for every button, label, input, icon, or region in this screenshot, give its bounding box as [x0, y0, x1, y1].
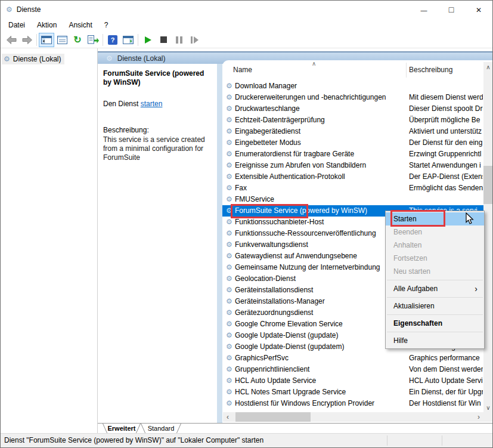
tree-item-dienste-lokal[interactable]: Dienste (Lokal) — [2, 54, 64, 64]
minimize-button[interactable] — [410, 1, 438, 18]
list-item-graphicsperfsvc[interactable]: GraphicsPerfSvcGraphics performance — [222, 353, 483, 364]
scroll-left-icon[interactable] — [223, 412, 232, 422]
service-description: Mit diesem Dienst werd — [409, 93, 483, 101]
service-title: ForumSuite Service (powered by WinSW) — [103, 69, 212, 87]
menu-bar: DateiAktionAnsicht? — [1, 18, 492, 32]
tree-item-label: Dienste (Lokal) — [13, 55, 61, 63]
maximize-button[interactable] — [438, 1, 465, 18]
service-gear-icon — [226, 116, 232, 123]
scroll-down-icon[interactable] — [483, 403, 493, 412]
context-menu-item-eigenschaften[interactable]: Eigenschaften — [386, 317, 484, 330]
list-item-hcl-auto-update-service[interactable]: HCL Auto Update ServiceHCL Auto Update S… — [222, 375, 483, 387]
list-item-download-manager[interactable]: Download Manager — [222, 81, 483, 92]
column-header-name[interactable]: Name — [233, 66, 252, 74]
toolbar-back-button[interactable] — [4, 33, 19, 47]
service-gear-icon — [226, 400, 232, 407]
service-gear-icon — [226, 286, 232, 293]
window-title: Dienste — [17, 5, 41, 14]
toolbar-stop-service-button[interactable] — [156, 33, 171, 47]
service-description: Der Dienst für den eing — [409, 138, 483, 147]
service-description: Dieser Dienst spoolt Dru — [409, 104, 483, 113]
export-list-icon — [88, 35, 99, 44]
menu-datei[interactable]: Datei — [2, 19, 31, 31]
context-menu-item-fortsetzen[interactable]: Fortsetzen — [386, 252, 484, 265]
column-separator[interactable] — [406, 63, 407, 78]
service-name: Fax — [235, 184, 247, 192]
toolbar-export-list-button[interactable] — [85, 33, 101, 47]
menu-separator — [387, 314, 483, 315]
menu-aktion[interactable]: Aktion — [31, 19, 63, 31]
list-item-hostdienst-f-r-windows-encryption-provider[interactable]: Hostdienst für Windows Encryption Provid… — [222, 398, 483, 409]
tab-label: Standard — [141, 424, 181, 433]
service-name: Funktionssuche-Ressourcenveröffentlichun… — [235, 229, 376, 237]
service-gear-icon — [226, 128, 232, 135]
list-item-druckererweiterungen-und-benachrichtigungen[interactable]: Druckererweiterungen und -benachrichtigu… — [222, 92, 483, 103]
show-action-pane-icon — [123, 36, 134, 44]
list-item-gruppenrichtlinienclient[interactable]: GruppenrichtlinienclientVon dem Dienst w… — [222, 364, 483, 375]
toolbar-help-button[interactable] — [105, 33, 120, 47]
service-name: Google Update-Dienst (gupdatem) — [235, 342, 344, 351]
toolbar-forward-button[interactable] — [19, 33, 35, 47]
pane-background-band — [217, 60, 222, 423]
toolbar-pause-service-button[interactable] — [171, 33, 187, 47]
service-name: HCL Auto Update Service — [235, 376, 316, 385]
context-menu-item-neu-starten[interactable]: Neu starten — [386, 265, 484, 278]
list-item-eingabeger-tedienst[interactable]: EingabegerätedienstAktiviert und unterst… — [222, 126, 483, 137]
tab-erweitert[interactable]: Erweitert — [103, 424, 141, 434]
toolbar-start-service-button[interactable] — [140, 33, 156, 47]
horizontal-scrollbar-thumb[interactable] — [235, 412, 311, 422]
service-name: Download Manager — [235, 82, 297, 90]
tab-standard[interactable]: Standard — [141, 424, 181, 434]
list-item-hcl-notes-smart-upgrade-service[interactable]: HCL Notes Smart Upgrade ServiceEin Diens… — [222, 387, 483, 398]
vertical-scrollbar[interactable] — [483, 62, 493, 412]
list-item-ereignisse-zum-abrufen-von-standbildern[interactable]: Ereignisse zum Abrufen von StandbildernS… — [222, 160, 483, 171]
context-menu-item-alle-aufgaben[interactable]: Alle Aufgaben — [386, 282, 484, 295]
stop-service-icon — [160, 36, 167, 43]
context-menu-item-hilfe[interactable]: Hilfe — [386, 334, 484, 347]
toolbar-show-console-tree-button[interactable] — [39, 33, 54, 47]
mouse-cursor-icon — [463, 212, 475, 227]
toolbar-restart-service-button[interactable] — [187, 33, 202, 47]
menu-ansicht[interactable]: Ansicht — [63, 19, 98, 31]
toolbar-show-action-pane-button[interactable] — [120, 33, 136, 47]
horizontal-scrollbar[interactable] — [223, 412, 483, 422]
service-name: Gruppenrichtlinienclient — [235, 365, 309, 373]
service-gear-icon — [226, 298, 232, 305]
scroll-up-icon[interactable] — [483, 62, 493, 72]
context-menu-item-aktualisieren[interactable]: Aktualisieren — [386, 299, 484, 313]
services-gear-icon — [106, 55, 113, 62]
list-item-extensible-authentication-protokoll[interactable]: Extensible Authentication-ProtokollDer E… — [222, 171, 483, 183]
service-gear-icon — [226, 105, 232, 112]
toolbar-refresh-button[interactable] — [70, 33, 85, 47]
close-button[interactable] — [465, 1, 492, 18]
list-item-eingebetteter-modus[interactable]: Eingebetteter ModusDer Dienst für den ei… — [222, 137, 483, 149]
list-item-druckwarteschlange[interactable]: DruckwarteschlangeDieser Dienst spoolt D… — [222, 103, 483, 115]
context-menu-item-anhalten[interactable]: Anhalten — [386, 239, 484, 252]
service-name: Google Chrome Elevation Service — [235, 320, 343, 328]
services-gear-icon — [4, 55, 10, 63]
list-item-fax[interactable]: FaxErmöglicht das Senden — [222, 183, 483, 194]
list-item-echtzeit-datentr-gerpr-fung[interactable]: Echtzeit-DatenträgerprüfungÜberprüft mög… — [222, 115, 483, 126]
service-name: Geolocation-Dienst — [235, 274, 296, 283]
service-gear-icon — [226, 320, 232, 327]
column-header-beschreibung[interactable]: Beschreibung — [409, 66, 452, 74]
service-name: Enumeratordienst für tragbare Geräte — [235, 150, 354, 158]
service-gear-icon — [226, 343, 232, 350]
refresh-icon — [73, 35, 81, 45]
toolbar-properties-button[interactable] — [54, 33, 70, 47]
service-name: Gemeinsame Nutzung der Internetverbindun… — [235, 263, 380, 271]
service-description: Der EAP-Dienst (Extens — [409, 172, 483, 181]
sort-ascending-icon — [312, 60, 316, 67]
service-name: Funkverwaltungsdienst — [235, 240, 308, 249]
console-tree-pane: Dienste (Lokal) — [1, 48, 98, 434]
start-service-link[interactable]: starten — [141, 100, 163, 108]
list-item-enumeratordienst-f-r-tragbare-ger-te[interactable]: Enumeratordienst für tragbare GeräteErzw… — [222, 149, 483, 160]
vertical-scrollbar-thumb[interactable] — [483, 166, 493, 204]
context-menu-item-beenden[interactable]: Beenden — [386, 225, 484, 239]
scroll-right-icon[interactable] — [474, 412, 483, 422]
window-controls — [410, 1, 492, 18]
service-name: Druckwarteschlange — [235, 104, 300, 113]
service-gear-icon — [226, 94, 232, 101]
menu-?[interactable]: ? — [98, 19, 114, 31]
services-app-icon — [6, 6, 13, 13]
